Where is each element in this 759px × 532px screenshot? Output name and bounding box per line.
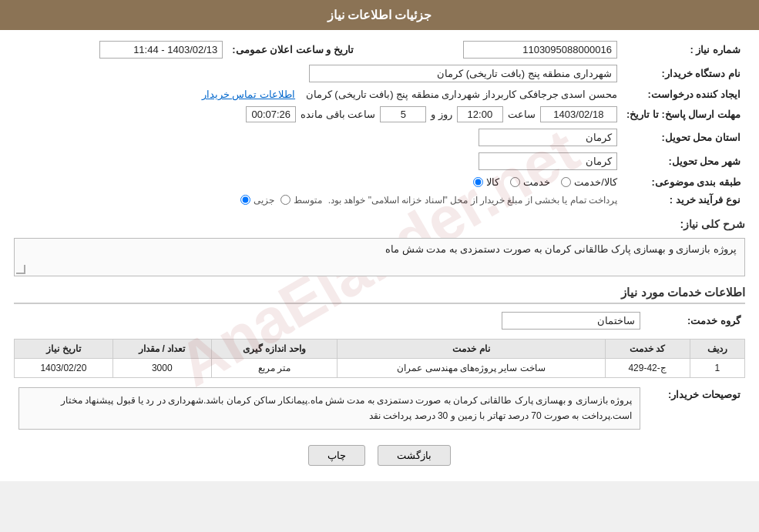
process-jozee-radio[interactable] — [240, 195, 250, 205]
buyer-org-value: شهرداری منطقه پنج (بافت تاریخی) کرمان — [14, 62, 622, 85]
service-group-form: گروه خدمت: ساختمان — [14, 309, 745, 333]
service-group-value: ساختمان — [14, 309, 645, 333]
send-deadline-row: 1403/02/18 ساعت 12:00 روز و 5 ساعت باقی … — [14, 103, 622, 125]
send-deadline-day-label: روز و — [431, 109, 452, 120]
public-announce-field: 1403/02/13 - 11:44 — [99, 41, 223, 59]
send-deadline-time-label: ساعت — [508, 109, 536, 120]
cell-name: ساخت سایر پروژه‌های مهندسی عمران — [338, 359, 605, 378]
print-button[interactable]: چاپ — [308, 445, 365, 466]
need-number-label: شماره نیاز : — [622, 38, 745, 62]
details-form: شماره نیاز : 1103095088000016 تاریخ و سا… — [14, 38, 745, 209]
need-desc-box: پروژه بازسازی و بهسازی پارک طالقانی کرما… — [14, 238, 745, 276]
services-table: ردیف کد خدمت نام خدمت واحد اندازه گیری ت… — [14, 339, 745, 378]
contact-link[interactable]: اطلاعات تماس خریدار — [202, 89, 295, 100]
category-label: طبقه بندی موضوعی: — [622, 173, 745, 191]
process-motavaset-option[interactable]: متوسط — [280, 195, 322, 206]
buyer-notes-box: پروژه بازسازی و بهسازی پارک طالقانی کرما… — [18, 387, 640, 430]
cell-date: 1403/02/20 — [15, 359, 113, 378]
city-value: کرمان — [14, 149, 622, 173]
service-group-field: ساختمان — [502, 312, 640, 330]
category-kala-radio[interactable] — [473, 177, 483, 187]
process-label: نوع فرآیند خرید : — [622, 191, 745, 209]
process-jozee-label: جزیی — [254, 195, 274, 206]
need-number-value: 1103095088000016 — [358, 38, 622, 62]
col-count: تعداد / مقدار — [113, 340, 211, 359]
city-field: کرمان — [479, 152, 617, 170]
remaining-label: ساعت باقی مانده — [301, 109, 375, 120]
action-buttons: چاپ بازگشت — [14, 445, 745, 466]
cell-measure: متر مربع — [211, 359, 338, 378]
category-khadamat-label: خدمت — [523, 176, 550, 188]
buyer-notes-label: توصیحات خریدار: — [645, 384, 745, 433]
need-number-field: 1103095088000016 — [463, 41, 617, 59]
send-deadline-date: 1403/02/18 — [540, 106, 617, 122]
remaining-time: 00:07:26 — [246, 106, 296, 122]
col-name: نام خدمت — [338, 340, 605, 359]
category-kala-label: کالا — [486, 176, 499, 188]
col-date: تاریخ نیاز — [15, 340, 113, 359]
buyer-org-label: نام دستگاه خریدار: — [622, 62, 745, 85]
process-jozee-option[interactable]: جزیی — [240, 195, 274, 206]
category-kala-option[interactable]: کالا — [473, 176, 499, 188]
need-desc-text: پروژه بازسازی و بهسازی پارک طالقانی کرما… — [385, 243, 737, 255]
cell-count: 3000 — [113, 359, 211, 378]
province-label: استان محل تحویل: — [622, 125, 745, 149]
back-button[interactable]: بازگشت — [378, 445, 451, 466]
category-kala-khadamat-radio[interactable] — [561, 177, 571, 187]
public-announce-label: تاریخ و ساعت اعلان عمومی: — [227, 38, 358, 62]
resize-handle[interactable] — [16, 265, 25, 274]
col-measure: واحد اندازه گیری — [211, 340, 338, 359]
page-title: جزئیات اطلاعات نیاز — [327, 8, 432, 22]
buyer-notes-text: پروژه بازسازی و بهسازی پارک طالقانی کرما… — [61, 395, 632, 421]
category-kala-khadamat-option[interactable]: کالا/خدمت — [561, 176, 617, 188]
process-motavaset-radio[interactable] — [280, 195, 291, 205]
services-title: اطلاعات خدمات مورد نیاز — [14, 286, 745, 304]
process-note: پرداخت تمام یا بخشی از مبلغ خریدار از مح… — [328, 195, 617, 206]
buyer-notes-cell: پروژه بازسازی و بهسازی پارک طالقانی کرما… — [14, 384, 645, 433]
public-announce-value: 1403/02/13 - 11:44 — [14, 38, 227, 62]
send-deadline-time: 12:00 — [457, 106, 503, 122]
category-kala-khadamat-label: کالا/خدمت — [574, 176, 617, 188]
cell-code: ج-42-429 — [605, 359, 690, 378]
need-desc-label: شرح کلی نیاز: — [14, 218, 745, 233]
category-khadamat-option[interactable]: خدمت — [510, 176, 550, 188]
service-group-label: گروه خدمت: — [645, 309, 745, 333]
creator-value: محسن اسدی جرجافکی کاربرداز شهرداری منطقه… — [14, 85, 622, 103]
send-deadline-label: مهلت ارسال پاسخ: تا تاریخ: — [622, 103, 745, 125]
send-deadline-days: 5 — [380, 106, 426, 122]
col-row: ردیف — [690, 340, 744, 359]
creator-text: محسن اسدی جرجافکی کاربرداز شهرداری منطقه… — [306, 89, 617, 100]
process-motavaset-label: متوسط — [294, 195, 322, 206]
process-row: پرداخت تمام یا بخشی از مبلغ خریدار از مح… — [14, 191, 622, 209]
buyer-notes-form: توصیحات خریدار: پروژه بازسازی و بهسازی پ… — [14, 384, 745, 433]
province-field: کرمان — [479, 129, 617, 146]
category-khadamat-radio[interactable] — [510, 177, 520, 187]
province-value: کرمان — [14, 125, 622, 149]
city-label: شهر محل تحویل: — [622, 149, 745, 173]
table-row: 1 ج-42-429 ساخت سایر پروژه‌های مهندسی عم… — [15, 359, 745, 378]
col-code: کد خدمت — [605, 340, 690, 359]
cell-row: 1 — [690, 359, 744, 378]
category-row: کالا/خدمت خدمت کالا — [14, 173, 622, 191]
page-header: جزئیات اطلاعات نیاز — [0, 0, 759, 30]
creator-label: ایجاد کننده درخواست: — [622, 85, 745, 103]
buyer-org-field: شهرداری منطقه پنج (بافت تاریخی) کرمان — [309, 65, 617, 82]
